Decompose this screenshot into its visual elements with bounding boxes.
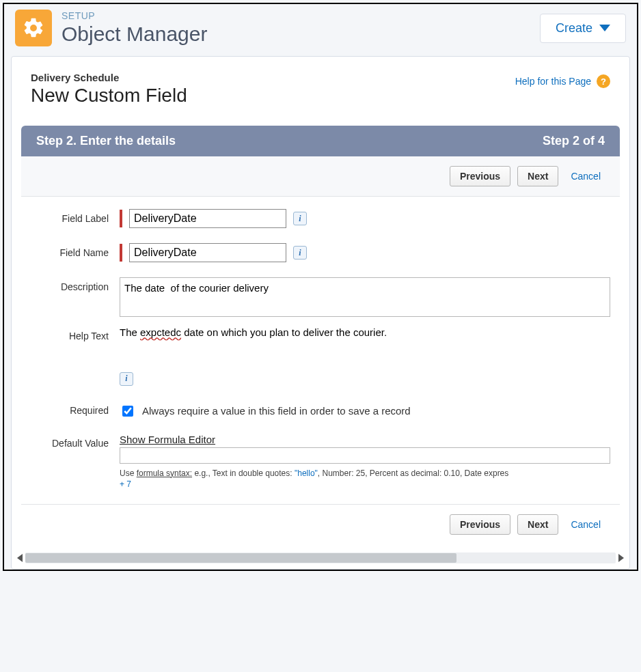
bottom-toolbar: Previous Next Cancel [21,504,620,544]
scroll-left-icon[interactable] [17,554,23,562]
scroll-thumb[interactable] [25,553,456,563]
chevron-down-icon [599,25,610,31]
required-mark-icon [120,244,122,262]
step-header: Step 2. Enter the details Step 2 of 4 [21,126,620,156]
next-button[interactable]: Next [517,166,558,186]
required-checkbox[interactable] [122,406,133,417]
previous-button[interactable]: Previous [450,514,510,535]
cancel-link[interactable]: Cancel [571,519,601,530]
help-text-input[interactable]: The expctedc date on which you plan to d… [120,326,610,366]
required-mark-icon [120,210,122,227]
scroll-track[interactable] [25,552,616,563]
page-title: New Custom Field [31,85,187,107]
info-icon[interactable]: i [293,212,307,225]
create-button[interactable]: Create [540,14,626,43]
required-label: Required [31,401,120,416]
main-panel: Delivery Schedule New Custom Field Help … [11,56,630,570]
required-text: Always require a value in this field in … [142,405,411,417]
description-input[interactable]: The date of the courier delivery [120,277,610,317]
description-label: Description [31,277,120,292]
field-name-input[interactable] [129,243,286,262]
setup-eyebrow: SETUP [62,10,540,21]
show-formula-editor-link[interactable]: Show Formula Editor [120,434,215,445]
field-form: Field Label i Field Name i [21,197,620,490]
default-value-input[interactable] [120,447,610,464]
info-icon[interactable]: i [293,246,307,260]
previous-button[interactable]: Previous [450,166,510,186]
field-label-label: Field Label [31,209,120,224]
step-progress: Step 2 of 4 [543,134,605,148]
step-title: Step 2. Enter the details [36,134,176,148]
top-toolbar: Previous Next Cancel [21,156,620,197]
default-value-label: Default Value [31,434,120,449]
gear-icon [15,10,52,46]
formula-hint: Use formula syntax: e.g., Text in double… [120,468,610,491]
field-label-input[interactable] [129,209,286,228]
help-for-page-link[interactable]: Help for this Page ? [515,72,610,88]
cancel-link[interactable]: Cancel [571,171,601,182]
next-button[interactable]: Next [517,514,558,535]
horizontal-scrollbar[interactable] [17,551,624,565]
help-icon: ? [597,74,610,88]
breadcrumb: Delivery Schedule [31,72,187,83]
help-text-label: Help Text [31,326,120,341]
scroll-right-icon[interactable] [618,554,624,562]
create-label: Create [556,21,592,36]
info-icon[interactable]: i [120,372,133,386]
page-heading: Object Manager [62,23,540,46]
setup-header: SETUP Object Manager Create [4,4,637,56]
field-name-label: Field Name [31,243,120,258]
